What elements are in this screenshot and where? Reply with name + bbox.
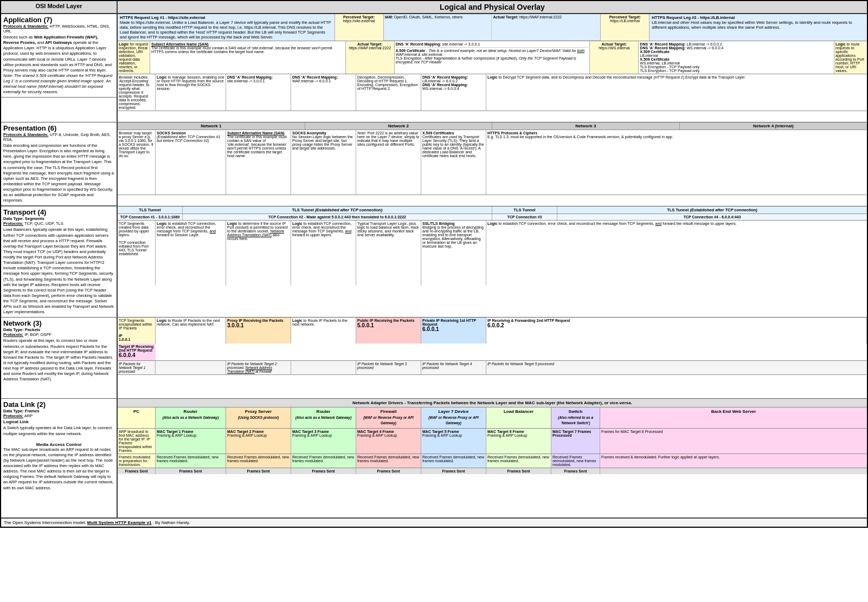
network-labels: Network 1 Network 2 Network 3 Network 4 … — [118, 122, 867, 130]
sent-r1: Frames Sent — [156, 468, 226, 474]
application-text: Devices such as Web Application Firewall… — [3, 35, 114, 95]
tls-tunnel-2: TLS Tunnel (Established after TCP connec… — [183, 206, 492, 213]
transport-proxy-logic: Logic to establish TCP connection, error… — [156, 221, 226, 286]
browser-accept: Browser includes 'Accept-Encoding' reque… — [118, 74, 156, 111]
network-text: Routers operate at this layer, to connec… — [3, 338, 114, 382]
https-leg1-header: HTTPS Request Leg #1 - https://site.exte… — [118, 14, 335, 41]
net-lb: IP Receiving & Forwarding 2nd HTTP Reque… — [486, 318, 867, 344]
phys-lb: Received Frames demodulated, new frames … — [486, 454, 551, 468]
application-section: Application (7) Protocols & Standards: H… — [1, 14, 117, 98]
device-backend-label: Back End Web Server — [600, 407, 867, 428]
frames-sent-row: Frames Sent Frames Sent Frames Sent Fram… — [118, 468, 867, 474]
logic-manage-session: Logic to manage Session, enabling one or… — [156, 74, 226, 111]
application-left: Application (7) Protocols & Standards: H… — [1, 14, 118, 122]
logic-decrypt-tcp: Logic to Decrypt TCP Segment data, and t… — [486, 74, 867, 111]
dl-firewall: MAC Target 4 FrameFraming & ARP Lookup — [356, 429, 421, 454]
tls-tunnel-3: TLS Tunnel — [492, 206, 557, 213]
net-router2: Logic to Route IP Packets to the next ne… — [291, 318, 356, 344]
tcp-conn-1: TCP Connection #1 - 3.0.0.1:1080 — [118, 214, 183, 220]
application-title: Application (7) — [3, 16, 114, 24]
footer-author: . By Nathan Handy. — [153, 520, 190, 525]
phys-router1: Received Frames demodulated, new frames … — [156, 454, 226, 468]
net-label-layer7: IP Packets for Network Target 4 processe… — [421, 361, 486, 374]
decryption-decompression: Decryption, Decompression, Decoding of H… — [356, 74, 421, 111]
pres-pc: Browser may target a proxy Server e.g. v… — [118, 130, 156, 195]
dl-layer7: MAC Target 5 FrameFraming & ARP Lookup — [421, 429, 486, 454]
network-adapter-banner: Network Adapter Drivers - Transferring P… — [118, 399, 867, 407]
sent-r2: Frames Sent — [291, 468, 356, 474]
phys-pc: Frames modulated in preparation for tran… — [118, 454, 156, 468]
phys-firewall: Received Frames demodulated, new frames … — [356, 454, 421, 468]
net-label-firewall: IP Packets for Network Target 3 processe… — [356, 361, 421, 374]
tcp-conn-2: TCP Connection #2 - Made against 5.0.0.1… — [183, 214, 492, 220]
left-title: OSI Model Layer — [1, 1, 118, 13]
logic-route: Logic to route requests to specific appl… — [834, 41, 867, 74]
mac-text: The MAC sub-layer broadcasts an ARP requ… — [3, 447, 114, 491]
application-row: Application (7) Protocols & Standards: H… — [1, 14, 867, 122]
network-protocols: Data Type: Packets Protocols: IP, BGP, O… — [3, 327, 114, 337]
net-proxy: Proxy IP Receiving the Packets 3.0.0.1 — [226, 318, 291, 344]
phys-layer7: Received Frames demodulated, new frames … — [421, 454, 486, 468]
socks-session: SOCKS Session (Established after TCP Con… — [156, 130, 226, 195]
sent-be — [600, 468, 867, 474]
net-label-pc: IP Packets for Network Target 1 processe… — [118, 361, 156, 374]
net-label-backend: IP Packets for Network Target 5 processe… — [486, 361, 867, 374]
datalink-title: Data Link (2) — [3, 400, 114, 409]
datalink-left: Data Link (2) Data Type: Frames Protocol… — [1, 399, 118, 517]
presentation-text: Data encoding and compression are functi… — [3, 143, 114, 203]
transport-title: Transport (4) — [3, 208, 114, 216]
sent-proxy: Frames Sent — [226, 468, 291, 474]
dl-switch: MAC Target 7 Frames Processed — [551, 429, 600, 454]
datalink-row: Data Link (2) Data Type: Frames Protocol… — [1, 399, 867, 518]
network-left: Network (3) Data Type: Packets Protocols… — [1, 318, 118, 398]
tcp-conn-3: TCP Connection #3 — [492, 214, 557, 220]
phys-router2: Received Frames demodulated, new frames … — [291, 454, 356, 468]
logical-link-label: Logical Link — [3, 419, 114, 424]
phys-switch: Received Frames demodulated, new frames … — [551, 454, 600, 468]
transport-layer7: Typical Transport Layer Logic, plus logi… — [356, 221, 421, 286]
net-router1: Logic to Route IP Packets to the next ne… — [156, 318, 226, 344]
sent-lb: Frames Sent — [486, 468, 551, 474]
presentation-row: Presentation (6) Protocols & Standards: … — [1, 122, 867, 206]
net-firewall: Public IP Receiving the Packets 5.0.0.1 — [356, 318, 421, 344]
device-layer7-label: Layer 7 Device(WAF or Reverse Proxy or A… — [421, 407, 486, 428]
sent-pc: Frames Sent — [118, 468, 156, 474]
mac-sublayer-title: Media Access Control — [3, 442, 114, 447]
transport-router2: Logic to determine if the source IP Port… — [226, 221, 291, 286]
device-firewall-label: Firewall(WAF or Reverse Proxy or API Gat… — [356, 407, 421, 428]
perceived-target-1: Perceived Target:https://site.external — [335, 14, 384, 41]
network-row: Network (3) Data Type: Packets Protocols… — [1, 318, 867, 399]
device-pc-label: PC — [118, 407, 156, 428]
https-leg2-header: HTTPS Request Leg #2 - https://LB.intern… — [650, 14, 867, 41]
network-right: TCP Segments encapsulated within IP Pack… — [118, 318, 867, 398]
actual-target-waf: Actual Target:https://WAF.internal:2222 — [346, 41, 395, 74]
dl-router1: MAC Target 1 FrameFraming & ARP Lookup — [156, 429, 226, 454]
datalink-text: A Switch typically operates at the Data … — [3, 425, 114, 436]
datalink-protocols: Data Type: Frames Protocols: ARP — [3, 409, 114, 418]
transport-firewall: Logic to establish TCP connection, error… — [291, 221, 356, 286]
network4-label: Network 4 (Internal) — [680, 122, 867, 130]
network3-label: Network 3 — [492, 122, 680, 130]
phys-backend: Frames received & demodulated. Further l… — [600, 454, 867, 468]
device-lb-label: Load Balancer — [486, 407, 551, 428]
transport-pc: TCP Segments created from data provided … — [118, 221, 156, 286]
actual-target-ws: Actual Target:https://WS.internal — [590, 41, 639, 74]
network-section: Network (3) Data Type: Packets Protocols… — [1, 318, 117, 384]
san-box: Subject Alternative Name (SAN) The certi… — [150, 41, 346, 74]
page: OSI Model Layer Logical and Physical Ove… — [0, 0, 868, 528]
transport-lb: SSL/TLS Bridging Bridging is the process… — [421, 221, 486, 286]
footer-link[interactable]: Multi System HTTP Example v1 — [87, 520, 152, 525]
dns-a-record-net3: DNS 'A' Record Mapping:WAF.internal -> 6… — [291, 74, 356, 111]
port-note: Note: Port 2222 is an arbitrary value he… — [356, 130, 421, 195]
https-protocols: HTTPS Protocols & Ciphers E.g. TLS 1.3, … — [486, 130, 867, 195]
tcp-conn-4: TCP Connection #4 - 6.0.0.4:443 — [557, 214, 867, 220]
dns-mapping-net4: DNS 'A' Record Mapping: LB.internal -> 6… — [639, 41, 834, 74]
logic-request-1: Logic for request inspection, threat det… — [118, 41, 150, 74]
presentation-title: Presentation (6) — [3, 124, 114, 132]
dl-pc: ARP broadcast to find MAC address for th… — [118, 429, 156, 454]
transport-text: Load Balancers typically operate at this… — [3, 227, 114, 315]
dl-proxy: MAC Target 2 FrameFraming & ARP Lookup — [226, 429, 291, 454]
no-session-layer: SOCKS Anonymity No Session Layer logic b… — [291, 130, 356, 195]
dl-router2: MAC Target 3 FrameFraming & ARP Lookup — [291, 429, 356, 454]
presentation-section: Presentation (6) Protocols & Standards: … — [1, 122, 117, 206]
